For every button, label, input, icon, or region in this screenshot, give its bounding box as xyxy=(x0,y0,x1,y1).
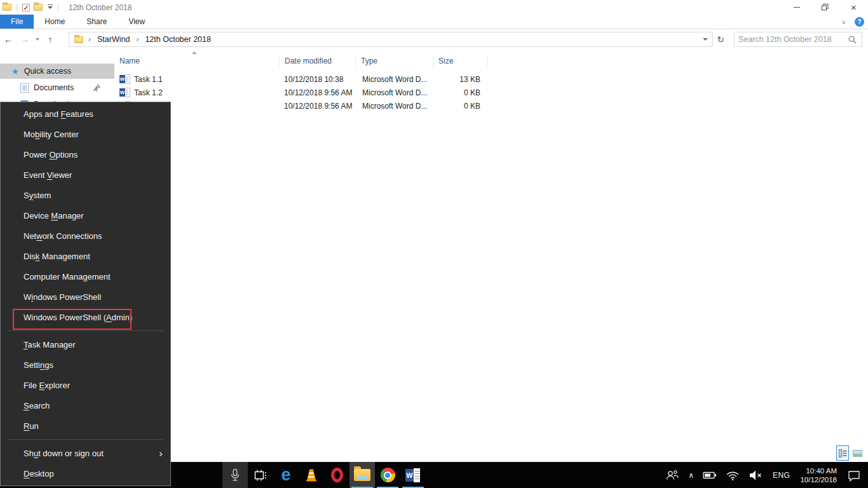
task-view-button[interactable] xyxy=(248,462,273,488)
chrome-button[interactable] xyxy=(375,462,400,488)
properties-check-icon[interactable]: ✓ xyxy=(22,4,30,11)
people-button[interactable] xyxy=(661,462,684,488)
up-button[interactable]: ↑ xyxy=(42,31,58,48)
edge-button[interactable]: e xyxy=(273,462,299,488)
opera-button[interactable] xyxy=(324,462,349,488)
column-header-size[interactable]: Size xyxy=(433,54,488,67)
file-explorer-icon xyxy=(354,469,370,481)
file-explorer-button[interactable] xyxy=(349,462,375,488)
microphone-icon xyxy=(228,468,242,483)
word-button[interactable]: W xyxy=(400,462,426,488)
winx-item-desktop[interactable]: Desktop xyxy=(1,463,170,484)
sidebar-item-documents[interactable]: Documents xyxy=(0,80,114,95)
desktop-screen: ✓ 12th October 2018 × File Home Share Vi… xyxy=(0,0,868,488)
chevron-down-icon xyxy=(36,38,39,41)
tab-share[interactable]: Share xyxy=(76,15,118,29)
window-controls: × xyxy=(782,0,868,15)
divider xyxy=(17,4,17,11)
action-center-icon xyxy=(847,468,861,482)
view-toggles xyxy=(836,445,863,461)
minimize-button[interactable] xyxy=(782,0,811,15)
file-name: Task 1.1 xyxy=(134,75,163,84)
ribbon-tab-bar: File Home Share View ∨ ? xyxy=(0,15,868,29)
file-date: 10/12/2018 10:38 xyxy=(280,75,356,84)
large-icons-view-icon xyxy=(853,450,862,457)
winx-item-network-connections[interactable]: Network Connections xyxy=(1,226,170,246)
file-size: 0 KB xyxy=(433,102,488,111)
column-headers: Name Date modified Type Size xyxy=(114,54,488,67)
winx-item-search[interactable]: Search xyxy=(1,395,170,416)
large-icons-view-button[interactable] xyxy=(852,448,863,459)
column-header-date-modified[interactable]: Date modified xyxy=(280,54,356,67)
winx-item-settings[interactable]: Settings xyxy=(1,355,170,375)
winx-item-windows-powershell-admin[interactable]: Windows PowerShell (Admin) xyxy=(1,307,170,327)
new-folder-icon[interactable] xyxy=(34,4,43,11)
nav-buttons: ← → ↑ xyxy=(0,29,58,50)
help-icon[interactable]: ? xyxy=(855,17,864,27)
tab-view[interactable]: View xyxy=(118,15,156,29)
folder-icon xyxy=(74,36,83,43)
navigation-toolbar: ← → ↑ › StarWind › 12th October 2018 ↻ xyxy=(0,29,868,50)
clock-time: 10:40 AM xyxy=(800,466,837,475)
back-button[interactable]: ← xyxy=(0,31,17,48)
tab-file[interactable]: File xyxy=(0,15,34,29)
file-name: Task 1.2 xyxy=(134,88,163,97)
winx-item-windows-powershell[interactable]: Windows PowerShell xyxy=(1,287,170,307)
address-bar[interactable]: › StarWind › 12th October 2018 xyxy=(69,32,713,47)
file-size: 13 KB xyxy=(433,75,488,84)
customize-qat-caret-icon[interactable] xyxy=(48,6,53,9)
winx-item-disk-management[interactable]: Disk Management xyxy=(1,246,170,266)
winx-item-apps-and-features[interactable]: Apps and Features xyxy=(1,104,170,124)
search-icon[interactable] xyxy=(848,36,862,44)
sidebar-item-label: Quick access xyxy=(24,67,71,76)
battery-button[interactable] xyxy=(698,462,721,488)
winx-item-task-manager[interactable]: Task Manager xyxy=(1,334,170,355)
recent-locations-caret[interactable] xyxy=(33,31,42,48)
chevron-right-icon: › xyxy=(132,35,142,44)
details-view-button[interactable] xyxy=(836,445,849,461)
collapse-ribbon-icon[interactable]: ∨ xyxy=(841,19,846,25)
winx-item-system[interactable]: System xyxy=(1,185,170,205)
show-hidden-icons-button[interactable]: ∧ xyxy=(684,462,698,488)
breadcrumb-root[interactable]: StarWind xyxy=(96,35,131,44)
file-row[interactable]: W Task 1.2 10/12/2018 9:56 AM Microsoft … xyxy=(114,86,488,99)
documents-icon xyxy=(20,83,29,93)
restore-button[interactable] xyxy=(811,0,839,15)
refresh-button[interactable]: ↻ xyxy=(714,32,727,47)
file-size: 0 KB xyxy=(433,88,488,97)
tab-home[interactable]: Home xyxy=(34,15,76,29)
language-indicator[interactable]: ENG xyxy=(768,462,795,488)
microphone-button[interactable] xyxy=(222,462,248,488)
winx-item-power-options[interactable]: Power Options xyxy=(1,144,170,165)
volume-button[interactable] xyxy=(744,462,768,488)
winx-item-computer-management[interactable]: Computer Management xyxy=(1,266,170,287)
network-button[interactable] xyxy=(721,462,744,488)
close-button[interactable]: × xyxy=(839,0,868,15)
file-row[interactable]: W Task 1.1 10/12/2018 10:38 Microsoft Wo… xyxy=(114,72,488,86)
quick-access-toolbar: ✓ 12th October 2018 xyxy=(0,3,132,12)
file-type: Microsoft Word D... xyxy=(356,88,433,97)
divider xyxy=(58,4,58,11)
winx-item-mobility-center[interactable]: Mobility Center xyxy=(1,124,170,144)
column-header-type[interactable]: Type xyxy=(356,54,433,67)
sidebar-item-quick-access[interactable]: ★ Quick access xyxy=(0,64,114,79)
file-date: 10/12/2018 9:56 AM xyxy=(280,88,356,97)
action-center-button[interactable] xyxy=(843,462,865,488)
vlc-button[interactable] xyxy=(299,462,324,488)
forward-button[interactable]: → xyxy=(17,31,33,48)
winx-item-event-viewer[interactable]: Event Viewer xyxy=(1,165,170,185)
sort-ascending-icon xyxy=(192,51,197,54)
quick-access-star-icon: ★ xyxy=(11,67,19,76)
winx-item-file-explorer[interactable]: File Explorer xyxy=(1,375,170,395)
file-list: Name Date modified Type Size W Task 1.1 … xyxy=(114,50,496,462)
window-title: 12th October 2018 xyxy=(69,3,132,12)
column-header-name[interactable]: Name xyxy=(114,54,280,67)
file-type: Microsoft Word D... xyxy=(356,102,433,111)
winx-item-shut-down-or-sign-out[interactable]: Shut down or sign out › xyxy=(1,443,170,463)
breadcrumb-current[interactable]: 12th October 2018 xyxy=(144,35,212,44)
winx-item-device-manager[interactable]: Device Manager xyxy=(1,205,170,226)
winx-item-run[interactable]: Run xyxy=(1,416,170,436)
clock[interactable]: 10:40 AM 10/12/2018 xyxy=(794,462,843,488)
search-input[interactable] xyxy=(735,33,848,46)
address-dropdown-caret[interactable] xyxy=(698,32,712,46)
